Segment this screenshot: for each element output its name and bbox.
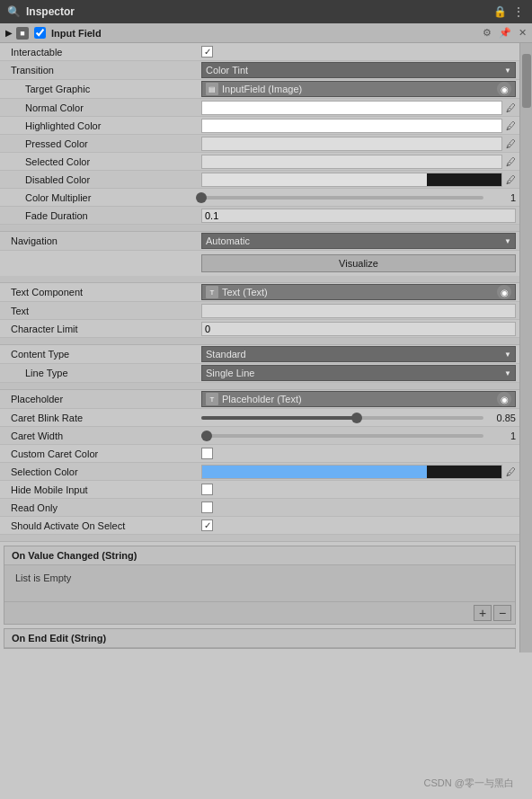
line-type-dropdown-arrow-icon: ▼	[504, 369, 511, 377]
selection-color-row: Selection Color 🖊	[0, 463, 519, 481]
caret-width-slider[interactable]: 1	[201, 431, 516, 441]
scrollbar[interactable]	[519, 43, 532, 653]
caret-width-value: 1	[201, 431, 516, 441]
highlighted-color-row: Highlighted Color 🖊	[0, 117, 519, 135]
section-gap-2	[0, 276, 519, 283]
selection-color-field[interactable]	[201, 465, 502, 479]
color-multiplier-slider[interactable]: 1	[201, 192, 516, 203]
content-type-dropdown[interactable]: Standard ▼	[201, 346, 516, 362]
transition-value: Color Tint ▼	[201, 62, 516, 78]
content-type-dropdown-arrow-icon: ▼	[504, 351, 511, 359]
fade-duration-input[interactable]	[201, 209, 516, 223]
placeholder-select-btn[interactable]: ◉	[497, 392, 511, 406]
on-value-changed-header: On Value Changed (String)	[4, 546, 515, 565]
expand-arrow-icon[interactable]: ▶	[5, 28, 13, 38]
read-only-value	[201, 502, 516, 513]
add-event-button[interactable]: +	[474, 605, 492, 621]
caret-blink-rate-label: Caret Blink Rate	[4, 413, 201, 423]
selected-color-row: Selected Color 🖊	[0, 153, 519, 171]
line-type-dropdown[interactable]: Single Line ▼	[201, 365, 516, 381]
line-type-label: Line Type	[4, 368, 201, 378]
component-active-checkbox[interactable]	[34, 27, 46, 39]
caret-blink-rate-slider[interactable]: 0.85	[201, 413, 516, 423]
component-header: ▶ ■ Input Field ⚙ 📌 ✕	[0, 23, 532, 43]
pressed-color-value: 🖊	[201, 137, 516, 151]
interactable-label: Interactable	[4, 47, 201, 58]
caret-width-row: Caret Width 1	[0, 427, 519, 445]
lock-icon[interactable]: 🔒	[493, 5, 507, 18]
line-type-row: Line Type Single Line ▼	[0, 364, 519, 383]
component-icon: ■	[16, 27, 29, 40]
visualize-button-label: Visualize	[339, 258, 378, 269]
hide-mobile-input-row: Hide Mobile Input	[0, 481, 519, 499]
navigation-dropdown[interactable]: Automatic ▼	[201, 233, 516, 249]
character-limit-label: Character Limit	[4, 324, 201, 334]
caret-width-label: Caret Width	[4, 431, 201, 441]
line-type-dropdown-value: Single Line	[206, 368, 254, 378]
custom-caret-color-checkbox[interactable]	[201, 448, 213, 459]
color-multiplier-label: Color Multiplier	[4, 192, 201, 203]
custom-caret-color-value	[201, 448, 516, 459]
placeholder-row: Placeholder T Placeholder (Text) ◉	[0, 390, 519, 409]
interactable-checkbox[interactable]	[201, 46, 213, 58]
color-multiplier-thumb[interactable]	[196, 192, 207, 203]
selection-color-eyedropper-icon[interactable]: 🖊	[506, 466, 516, 477]
visualize-button[interactable]: Visualize	[201, 254, 516, 272]
selected-color-field[interactable]	[201, 155, 502, 169]
text-row: Text	[0, 302, 519, 320]
remove-event-button[interactable]: −	[493, 605, 511, 621]
color-multiplier-number: 1	[487, 192, 516, 203]
header-icons: 🔒 ⋮	[493, 4, 525, 19]
target-graphic-select-btn[interactable]: ◉	[497, 82, 511, 96]
character-limit-input[interactable]	[201, 322, 516, 336]
character-limit-value	[201, 322, 516, 336]
pressed-color-label: Pressed Color	[4, 138, 201, 149]
text-component-select-btn[interactable]: ◉	[497, 285, 511, 299]
normal-color-value: 🖊	[201, 101, 516, 115]
transition-row: Transition Color Tint ▼	[0, 61, 519, 80]
inspector-title: Inspector	[26, 5, 75, 18]
should-activate-on-select-checkbox[interactable]	[201, 519, 213, 531]
selected-color-eyedropper-icon[interactable]: 🖊	[506, 156, 516, 167]
caret-width-thumb[interactable]	[201, 431, 212, 441]
scrollbar-thumb[interactable]	[522, 54, 531, 108]
read-only-row: Read Only	[0, 499, 519, 517]
pin-icon[interactable]: 📌	[499, 27, 511, 39]
text-component-field[interactable]: T Text (Text) ◉	[201, 284, 516, 300]
pressed-color-eyedropper-icon[interactable]: 🖊	[506, 138, 516, 149]
transition-dropdown[interactable]: Color Tint ▼	[201, 62, 516, 78]
fade-duration-row: Fade Duration	[0, 207, 519, 225]
settings-icon[interactable]: ⚙	[483, 27, 492, 39]
normal-color-eyedropper-icon[interactable]: 🖊	[506, 102, 516, 113]
target-graphic-field[interactable]: ▤ InputField (Image) ◉	[201, 81, 516, 97]
on-end-edit-header: On End Edit (String)	[4, 629, 515, 648]
interactable-row: Interactable	[0, 43, 519, 61]
color-multiplier-row: Color Multiplier 1	[0, 189, 519, 207]
placeholder-label: Placeholder	[4, 394, 201, 404]
highlighted-color-field[interactable]	[201, 119, 502, 133]
pressed-color-row: Pressed Color 🖊	[0, 135, 519, 153]
hide-mobile-input-label: Hide Mobile Input	[4, 484, 201, 495]
pressed-color-field[interactable]	[201, 137, 502, 151]
line-type-value: Single Line ▼	[201, 365, 516, 381]
section-gap-4	[0, 383, 519, 390]
caret-blink-rate-thumb[interactable]	[351, 413, 362, 423]
hide-mobile-input-value	[201, 484, 516, 495]
close-icon[interactable]: ✕	[519, 27, 527, 39]
disabled-color-field[interactable]	[201, 173, 502, 187]
normal-color-field[interactable]	[201, 101, 502, 115]
highlighted-color-eyedropper-icon[interactable]: 🖊	[506, 120, 516, 131]
read-only-checkbox[interactable]	[201, 502, 213, 513]
caret-width-number: 1	[487, 431, 516, 441]
caret-blink-rate-fill	[201, 416, 357, 420]
menu-icon[interactable]: ⋮	[512, 4, 525, 19]
text-input[interactable]	[201, 304, 516, 318]
placeholder-field[interactable]: T Placeholder (Text) ◉	[201, 391, 516, 407]
target-graphic-icon: ▤	[206, 83, 218, 95]
caret-blink-rate-row: Caret Blink Rate 0.85	[0, 409, 519, 427]
transition-label: Transition	[4, 65, 201, 75]
disabled-color-eyedropper-icon[interactable]: 🖊	[506, 174, 516, 185]
normal-color-row: Normal Color 🖊	[0, 99, 519, 117]
hide-mobile-input-checkbox[interactable]	[201, 484, 213, 495]
highlighted-color-value: 🖊	[201, 119, 516, 133]
